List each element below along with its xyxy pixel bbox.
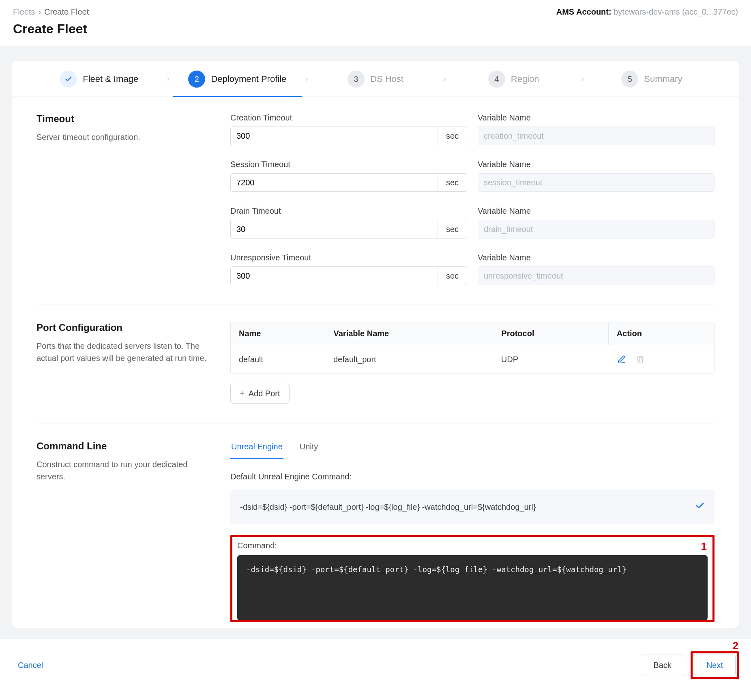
annotation-marker-1: 1 <box>701 540 707 553</box>
variable-name-label: Variable Name <box>478 160 715 169</box>
tab-unreal-engine[interactable]: Unreal Engine <box>230 440 283 459</box>
session-timeout-label: Session Timeout <box>230 160 467 169</box>
step-region[interactable]: 4 Region <box>449 71 578 88</box>
cmd-tabs: Unreal Engine Unity <box>230 440 715 459</box>
footer: Cancel Back 2 Next <box>0 639 751 691</box>
step-fleet-image[interactable]: Fleet & Image <box>35 71 163 88</box>
unresponsive-timeout-label: Unresponsive Timeout <box>230 253 467 262</box>
unit-sec: sec <box>438 220 467 238</box>
edit-icon[interactable] <box>616 354 627 365</box>
unit-sec: sec <box>438 267 467 285</box>
port-table: Name Variable Name Protocol Action defau… <box>230 322 715 374</box>
section-title: Port Configuration <box>36 322 211 333</box>
port-proto: UDP <box>493 345 608 374</box>
step-label: Region <box>511 74 539 84</box>
plus-icon: + <box>240 389 245 398</box>
port-config-section: Port Configuration Ports that the dedica… <box>36 322 715 423</box>
chevron-right-icon: › <box>440 74 449 84</box>
section-desc: Ports that the dedicated servers listen … <box>36 340 211 364</box>
step-number: 5 <box>621 71 638 88</box>
variable-name-label: Variable Name <box>478 113 715 122</box>
delete-icon[interactable] <box>635 354 646 365</box>
step-label: Fleet & Image <box>83 74 138 84</box>
step-label: DS Host <box>370 74 403 84</box>
section-title: Timeout <box>36 113 211 125</box>
step-deployment-profile[interactable]: 2 Deployment Profile <box>173 71 302 88</box>
step-number: 4 <box>488 71 505 88</box>
add-port-label: Add Port <box>249 389 280 398</box>
command-label: Command: <box>237 541 708 550</box>
breadcrumb: Fleets › Create Fleet <box>13 7 89 17</box>
tab-unity[interactable]: Unity <box>299 440 319 459</box>
check-icon <box>60 71 77 88</box>
stepper: Fleet & Image › 2 Deployment Profile › 3… <box>12 61 739 97</box>
creation-timeout-input-wrap: sec <box>230 127 467 145</box>
back-button[interactable]: Back <box>641 655 684 676</box>
table-row: default default_port UDP <box>231 345 714 374</box>
check-icon <box>695 501 705 513</box>
default-command-text: -dsid=${dsid} -port=${default_port} -log… <box>240 502 536 512</box>
col-var: Variable Name <box>325 322 493 345</box>
ams-label: AMS Account: <box>556 7 612 16</box>
step-number: 3 <box>348 71 365 88</box>
session-timeout-var-input[interactable] <box>478 174 714 191</box>
chevron-right-icon: › <box>578 74 587 84</box>
next-button[interactable]: Next <box>694 655 736 676</box>
step-label: Deployment Profile <box>211 74 286 84</box>
col-name: Name <box>231 322 325 345</box>
annotation-marker-2: 2 <box>733 640 738 652</box>
section-title: Command Line <box>36 440 211 452</box>
timeout-section: Timeout Server timeout configuration. Cr… <box>36 113 715 305</box>
port-name: default <box>231 345 325 374</box>
chevron-right-icon: › <box>38 7 41 17</box>
creation-timeout-label: Creation Timeout <box>230 113 467 122</box>
step-label: Summary <box>644 74 682 84</box>
add-port-button[interactable]: + Add Port <box>230 384 290 404</box>
ams-account: AMS Account: bytewars-dev-ams (acc_0...3… <box>556 7 738 17</box>
drain-timeout-label: Drain Timeout <box>230 206 467 216</box>
col-action: Action <box>608 322 714 345</box>
unresponsive-timeout-var-input[interactable] <box>478 267 714 285</box>
creation-timeout-var-input[interactable] <box>478 127 714 145</box>
default-command-box[interactable]: -dsid=${dsid} -port=${default_port} -log… <box>230 490 715 524</box>
default-command-label: Default Unreal Engine Command: <box>230 472 715 481</box>
step-number: 2 <box>188 71 205 88</box>
creation-timeout-input[interactable] <box>231 127 438 145</box>
command-editor[interactable]: -dsid=${dsid} -port=${default_port} -log… <box>237 555 708 620</box>
step-summary[interactable]: 5 Summary <box>588 71 716 88</box>
section-desc: Server timeout configuration. <box>36 131 211 143</box>
next-highlight: 2 Next <box>691 651 739 679</box>
chevron-right-icon: › <box>302 74 311 84</box>
section-desc: Construct command to run your dedicated … <box>36 458 211 483</box>
chevron-right-icon: › <box>163 74 173 84</box>
step-ds-host[interactable]: 3 DS Host <box>311 71 440 88</box>
breadcrumb-root[interactable]: Fleets <box>13 7 35 17</box>
breadcrumb-current: Create Fleet <box>44 7 89 17</box>
page-title: Create Fleet <box>0 21 751 46</box>
command-line-section: Command Line Construct command to run yo… <box>36 440 715 624</box>
col-proto: Protocol <box>493 322 608 345</box>
unit-sec: sec <box>438 127 467 145</box>
session-timeout-input[interactable] <box>231 174 438 191</box>
cancel-button[interactable]: Cancel <box>18 661 43 670</box>
creation-timeout-var-wrap <box>478 127 715 145</box>
port-var: default_port <box>325 345 493 374</box>
variable-name-label: Variable Name <box>478 253 715 262</box>
command-highlight: 1 Command: -dsid=${dsid} -port=${default… <box>230 535 715 622</box>
variable-name-label: Variable Name <box>478 206 715 216</box>
unresponsive-timeout-input[interactable] <box>231 267 438 285</box>
ams-value: bytewars-dev-ams (acc_0...377ec) <box>614 7 738 16</box>
drain-timeout-var-input[interactable] <box>478 220 714 238</box>
drain-timeout-input[interactable] <box>231 220 438 238</box>
unit-sec: sec <box>438 174 467 191</box>
